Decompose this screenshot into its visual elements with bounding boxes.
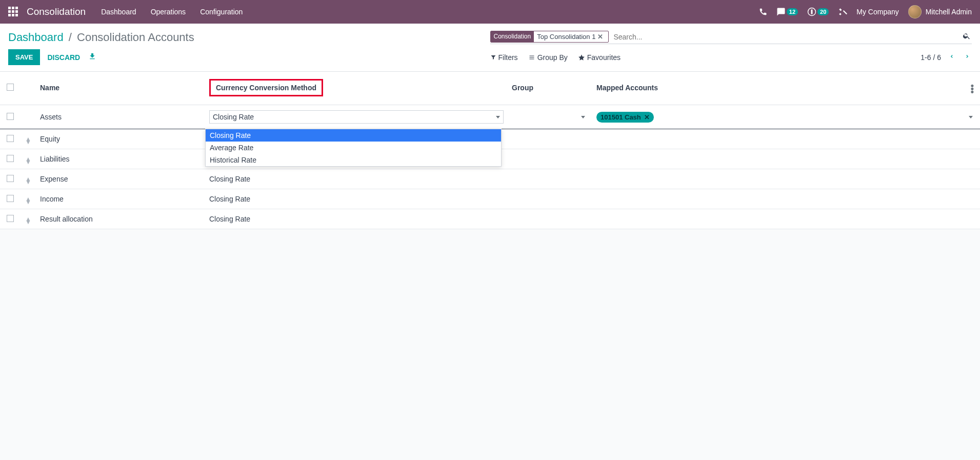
cell-name[interactable]: Equity [36, 129, 205, 149]
table-row[interactable]: Assets Closing Rate Closing Rate Average… [0, 105, 980, 129]
cell-mapped[interactable] [592, 189, 965, 209]
drag-handle-icon[interactable]: ▲▼ [25, 137, 31, 144]
row-checkbox[interactable] [7, 135, 14, 142]
caret-down-icon [496, 116, 500, 118]
user-name: Mitchell Admin [926, 8, 972, 16]
method-select[interactable]: Closing Rate [209, 110, 504, 124]
cell-name[interactable]: Income [36, 189, 205, 209]
cell-name[interactable]: Result allocation [36, 209, 205, 229]
cell-group[interactable] [508, 149, 592, 169]
messages-badge: 12 [787, 8, 798, 15]
table-row[interactable]: ▲▼ Income Closing Rate [0, 189, 980, 209]
optional-columns-icon[interactable]: ••• [971, 84, 974, 93]
cell-group[interactable] [508, 189, 592, 209]
search-icon[interactable] [962, 31, 972, 43]
group-select[interactable] [512, 116, 588, 118]
method-value: Closing Rate [213, 113, 254, 121]
top-menu: Dashboard Operations Configuration [101, 8, 243, 16]
filter-icon [490, 54, 496, 61]
menu-dashboard[interactable]: Dashboard [101, 8, 136, 16]
search-box[interactable]: Consolidation Top Consolidation 1 ✕ [490, 31, 972, 44]
table-row[interactable]: ▲▼ Expense Closing Rate [0, 169, 980, 189]
col-header-mapped[interactable]: Mapped Accounts [592, 72, 965, 105]
accounts-table: Name Currency Conversion Method Group Ma… [0, 72, 980, 229]
cell-mapped[interactable] [592, 169, 965, 189]
phone-icon[interactable] [759, 8, 767, 16]
row-checkbox[interactable] [7, 175, 14, 182]
mapped-tag[interactable]: 101501 Cash ✕ [596, 112, 654, 123]
drag-handle-icon[interactable]: ▲▼ [25, 157, 31, 164]
search-facet: Consolidation Top Consolidation 1 ✕ [490, 31, 609, 43]
facet-remove-icon[interactable]: ✕ [595, 33, 605, 41]
cell-name[interactable]: Liabilities [36, 149, 205, 169]
dropdown-option[interactable]: Historical Rate [206, 154, 501, 166]
method-dropdown: Closing Rate Average Rate Historical Rat… [205, 129, 502, 167]
col-header-group[interactable]: Group [508, 72, 592, 105]
tag-remove-icon[interactable]: ✕ [644, 113, 650, 121]
groupby-button[interactable]: Group By [528, 53, 568, 62]
row-checkbox[interactable] [7, 215, 14, 222]
drag-handle-icon[interactable]: ▲▼ [25, 177, 31, 184]
company-switcher[interactable]: My Company [856, 8, 898, 16]
cell-group[interactable] [508, 129, 592, 149]
caret-down-icon [581, 116, 585, 118]
row-checkbox[interactable] [7, 155, 14, 162]
cell-group[interactable] [508, 209, 592, 229]
pager-text[interactable]: 1-6 / 6 [921, 53, 941, 62]
drag-handle-icon[interactable]: ▲▼ [25, 217, 31, 224]
facet-value: Top Consolidation 1 [537, 33, 595, 41]
pager-prev-icon[interactable] [947, 50, 956, 64]
menu-configuration[interactable]: Configuration [200, 8, 243, 16]
caret-down-icon [969, 116, 973, 118]
col-header-method[interactable]: Currency Conversion Method [209, 79, 323, 96]
select-all-checkbox[interactable] [7, 84, 14, 91]
col-header-name[interactable]: Name [36, 72, 205, 105]
discard-button[interactable]: DISCARD [47, 53, 80, 62]
cell-mapped[interactable] [592, 209, 965, 229]
star-icon [578, 54, 585, 61]
cell-method[interactable]: Closing Rate [205, 209, 508, 229]
cell-mapped[interactable] [592, 149, 965, 169]
breadcrumb-root[interactable]: Dashboard [8, 31, 64, 44]
activities-icon[interactable]: 20 [807, 7, 829, 16]
filters-button[interactable]: Filters [490, 53, 518, 62]
dropdown-option[interactable]: Closing Rate [206, 129, 501, 142]
activities-badge: 20 [817, 8, 829, 15]
favourites-button[interactable]: Favourites [578, 53, 621, 62]
breadcrumb: Dashboard / Consolidation Accounts [8, 31, 194, 44]
user-menu[interactable]: Mitchell Admin [908, 5, 972, 18]
cell-method[interactable]: Closing Rate [205, 169, 508, 189]
import-icon[interactable] [88, 52, 96, 62]
row-checkbox[interactable] [7, 195, 14, 202]
cell-group[interactable] [508, 169, 592, 189]
save-button[interactable]: SAVE [8, 49, 40, 65]
cell-method[interactable]: Closing Rate [205, 189, 508, 209]
top-nav: Consolidation Dashboard Operations Confi… [0, 0, 980, 24]
tools-icon[interactable] [838, 7, 847, 16]
avatar-icon [908, 5, 922, 18]
dropdown-option[interactable]: Average Rate [206, 142, 501, 154]
facet-label: Consolidation [491, 31, 534, 42]
messages-icon[interactable]: 12 [776, 7, 798, 16]
list-icon [528, 54, 535, 61]
breadcrumb-current: Consolidation Accounts [77, 31, 194, 44]
pager-next-icon[interactable] [963, 50, 972, 64]
app-brand: Consolidation [27, 6, 86, 17]
row-checkbox[interactable] [7, 113, 14, 120]
cell-name[interactable]: Assets [36, 105, 205, 129]
cell-mapped[interactable] [592, 129, 965, 149]
control-panel: Dashboard / Consolidation Accounts Conso… [0, 24, 980, 72]
menu-operations[interactable]: Operations [151, 8, 186, 16]
mapped-select[interactable] [969, 116, 976, 118]
mapped-tag-label: 101501 Cash [601, 113, 641, 121]
search-input[interactable] [612, 31, 962, 43]
cell-name[interactable]: Expense [36, 169, 205, 189]
drag-handle-icon[interactable]: ▲▼ [25, 197, 31, 204]
apps-icon[interactable] [8, 7, 18, 17]
table-row[interactable]: ▲▼ Result allocation Closing Rate [0, 209, 980, 229]
